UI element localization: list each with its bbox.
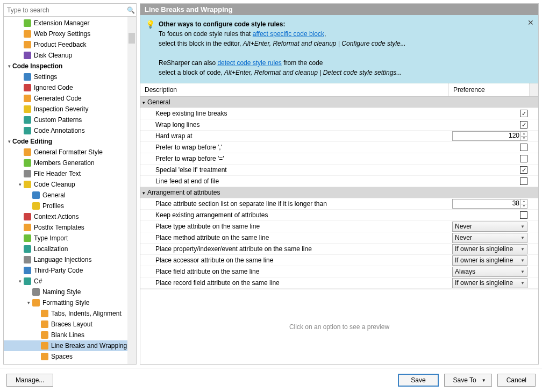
dropdown[interactable]: Never▼ — [452, 222, 527, 232]
tree-item-c-[interactable]: ▾C# — [4, 276, 136, 287]
option-row[interactable]: Place type attribute on the same lineNev… — [140, 221, 538, 232]
spinner-icon[interactable]: ▲▼ — [520, 132, 527, 140]
checkbox[interactable]: ✓ — [520, 121, 527, 129]
option-row[interactable]: Place accessor attribute on the same lin… — [140, 255, 538, 266]
tree-item-label: Third-Party Code — [34, 267, 83, 274]
tree-item-blank-lines[interactable]: Blank Lines — [4, 330, 136, 340]
option-row[interactable]: Place record field attribute on the same… — [140, 277, 538, 289]
tree-item-localization[interactable]: Localization — [4, 244, 136, 254]
tree-item-inspection-severity[interactable]: Inspection Severity — [4, 104, 136, 115]
node-icon — [23, 83, 32, 92]
tree-item-tabs-indents-alignment[interactable]: Tabs, Indents, Alignment — [4, 308, 136, 319]
cancel-button[interactable]: Cancel — [497, 374, 536, 387]
dropdown[interactable]: Always▼ — [452, 267, 527, 277]
tree-item-code-annotations[interactable]: Code Annotations — [4, 125, 136, 136]
dropdown[interactable]: Never▼ — [452, 233, 527, 243]
tree-caret-icon: ▾ — [17, 182, 23, 187]
col-preference[interactable]: Preference — [449, 83, 530, 96]
checkbox[interactable]: ✓ — [520, 166, 527, 174]
number-input[interactable]: 120▲▼ — [452, 131, 527, 141]
tree-item-line-breaks-and-wrapping[interactable]: Line Breaks and Wrapping — [4, 340, 136, 351]
tree-item-label: Disk Cleanup — [34, 52, 72, 59]
link-detect-rules[interactable]: detect code style rules — [217, 59, 281, 67]
tree-item-braces-layout[interactable]: Braces Layout — [4, 319, 136, 330]
option-row[interactable]: Hard wrap at120▲▼ — [140, 131, 538, 142]
tree-item-file-header-text[interactable]: File Header Text — [4, 168, 136, 179]
tree-item-third-party-code[interactable]: Third-Party Code — [4, 265, 136, 276]
tree-item-generated-code[interactable]: Generated Code — [4, 93, 136, 104]
checkbox[interactable]: ✓ — [520, 110, 527, 117]
chevron-down-icon: ▼ — [520, 281, 525, 286]
tree-scrollbar[interactable] — [127, 17, 136, 364]
tree-item-product-feedback[interactable]: Product Feedback — [4, 39, 136, 50]
option-row[interactable]: Place method attribute on the same lineN… — [140, 232, 538, 244]
option-row[interactable]: Keep existing arrangement of attributes — [140, 210, 538, 221]
node-icon — [23, 169, 32, 178]
dropdown[interactable]: If owner is singleline▼ — [452, 255, 527, 266]
option-row[interactable]: Prefer to wrap before '=' — [140, 153, 538, 165]
option-row[interactable]: Keep existing line breaks✓ — [140, 108, 538, 119]
tree-item-members-generation[interactable]: Members Generation — [4, 158, 136, 168]
node-icon — [23, 277, 32, 286]
checkbox[interactable] — [520, 211, 527, 219]
option-row[interactable]: Prefer to wrap before ',' — [140, 142, 538, 153]
tree-item-language-injections[interactable]: Language Injections — [4, 254, 136, 265]
manage-button[interactable]: Manage... — [6, 374, 53, 387]
tree-item-label: Code Annotations — [34, 127, 85, 134]
node-icon — [32, 298, 40, 307]
tree-item-general[interactable]: General — [4, 190, 136, 201]
spinner-icon[interactable]: ▲▼ — [520, 199, 527, 208]
save-button[interactable]: Save — [398, 374, 438, 387]
tree-item-postfix-templates[interactable]: Postfix Templates — [4, 222, 136, 233]
tree-item-code-cleanup[interactable]: ▾Code Cleanup — [4, 179, 136, 190]
tree-item-web-proxy-settings[interactable]: Web Proxy Settings — [4, 28, 136, 39]
search-input[interactable] — [4, 5, 125, 16]
tree-item-disk-cleanup[interactable]: Disk Cleanup — [4, 50, 136, 61]
tree-item-label: Tabs, Indents, Alignment — [51, 310, 122, 317]
close-icon[interactable]: ✕ — [527, 18, 534, 27]
node-icon — [32, 288, 40, 296]
tree-item-settings[interactable]: Settings — [4, 72, 136, 82]
option-description: Hard wrap at — [140, 132, 450, 140]
link-affect-block[interactable]: affect specific code block — [253, 30, 324, 38]
option-description: Place attribute section list on separate… — [140, 200, 450, 208]
tree-item-label: Localization — [34, 245, 68, 253]
tree-item-general-formatter-style[interactable]: General Formatter Style — [4, 147, 136, 158]
tree-item-label: Profiles — [42, 202, 64, 210]
checkbox[interactable] — [520, 177, 527, 185]
tree-item-context-actions[interactable]: Context Actions — [4, 211, 136, 222]
option-row[interactable]: Place field attribute on the same lineAl… — [140, 266, 538, 277]
option-row[interactable]: Special 'else if' treatment✓ — [140, 165, 538, 176]
tree-item-extension-manager[interactable]: Extension Manager — [4, 18, 136, 28]
tree-item-naming-style[interactable]: Naming Style — [4, 287, 136, 297]
save-to-button[interactable]: Save To▼ — [444, 374, 492, 387]
tree-item-label: Inspection Severity — [34, 105, 88, 113]
col-description[interactable]: Description — [140, 83, 449, 96]
tree-scroll[interactable]: Extension ManagerWeb Proxy SettingsProdu… — [4, 17, 136, 364]
tree-item-custom-patterns[interactable]: Custom Patterns — [4, 115, 136, 125]
option-row[interactable]: Wrap long lines✓ — [140, 119, 538, 131]
group-arrangement-of-attributes[interactable]: ▾Arrangement of attributes — [140, 187, 538, 198]
tree-item-formatting-style[interactable]: ▾Formatting Style — [4, 297, 136, 308]
tree-item-profiles[interactable]: Profiles — [4, 201, 136, 211]
tree-item-code-editing[interactable]: ▾Code Editing — [4, 136, 136, 147]
group-general[interactable]: ▾General — [140, 97, 538, 108]
tree-item-code-inspection[interactable]: ▾Code Inspection — [4, 61, 136, 72]
checkbox[interactable] — [520, 144, 527, 151]
number-input[interactable]: 38▲▼ — [452, 199, 527, 209]
dropdown[interactable]: If owner is singleline▼ — [452, 278, 527, 288]
preview-pane: Click on an option to see a preview — [140, 289, 538, 364]
option-row[interactable]: Place property/indexer/event attribute o… — [140, 244, 538, 255]
tree-item-type-import[interactable]: Type Import — [4, 233, 136, 244]
search-icon[interactable]: 🔍 — [125, 6, 136, 14]
tree-item-spaces[interactable]: Spaces — [4, 351, 136, 362]
node-icon — [32, 202, 40, 210]
tree-caret-icon: ▾ — [25, 300, 32, 305]
option-row[interactable]: Place attribute section list on separate… — [140, 198, 538, 210]
dropdown[interactable]: If owner is singleline▼ — [452, 244, 527, 254]
option-row[interactable]: Line feed at end of file — [140, 176, 538, 187]
tree-item-ignored-code[interactable]: Ignored Code — [4, 82, 136, 93]
panel-title: Line Breaks and Wrapping — [140, 4, 538, 15]
grid-body[interactable]: ▾GeneralKeep existing line breaks✓Wrap l… — [140, 97, 538, 289]
checkbox[interactable] — [520, 155, 527, 162]
